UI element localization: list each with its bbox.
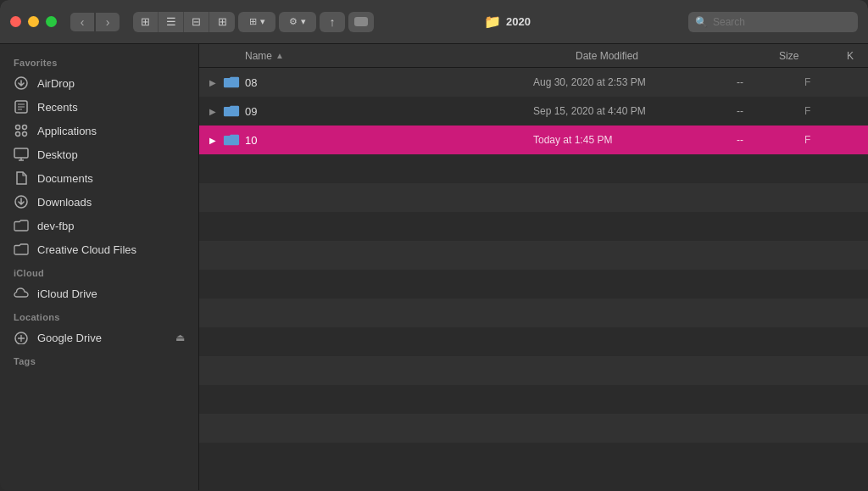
file-date: Today at 1:45 PM [533, 134, 737, 146]
creative-cloud-icon [14, 242, 29, 257]
svg-point-8 [23, 132, 27, 137]
sidebar-downloads-label: Downloads [37, 196, 92, 209]
main-layout: Favorites AirDrop Recents [0, 44, 868, 490]
sidebar-creative-cloud-label: Creative Cloud Files [37, 243, 136, 256]
file-kind: F [804, 134, 810, 146]
sidebar-item-icloud-drive[interactable]: iCloud Drive [0, 282, 198, 305]
search-box[interactable]: 🔍 [688, 12, 858, 32]
desktop-icon [14, 147, 29, 162]
favorites-section-label: Favorites [0, 51, 198, 71]
table-row-empty [199, 356, 868, 385]
table-row-empty [199, 443, 868, 471]
column-view-btn[interactable]: ⊟ [184, 12, 209, 32]
sidebar-recents-label: Recents [37, 101, 78, 114]
dev-fbp-icon [14, 218, 29, 233]
icon-view-btn[interactable]: ⊞ [133, 12, 159, 32]
folder-icon [223, 131, 240, 148]
arrange-icon: ⊞ [249, 16, 257, 27]
file-rows: ▶ 08 Aug 30, 2020 at 2:53 PM -- F ▶ [199, 68, 868, 490]
forward-button[interactable]: › [96, 13, 120, 31]
table-row-empty [199, 414, 868, 443]
table-row[interactable]: ▶ 10 Today at 1:45 PM -- F [199, 126, 868, 154]
sidebar-item-google-drive[interactable]: Google Drive ⏏ [0, 326, 198, 349]
column-headers: Name ▲ Date Modified Size K [199, 44, 868, 68]
sidebar-google-drive-label: Google Drive [37, 332, 102, 344]
tags-section-label: Tags [0, 349, 198, 370]
search-input[interactable] [713, 16, 851, 28]
table-row-empty [199, 299, 868, 327]
expand-icon[interactable]: ▶ [206, 133, 220, 147]
title-folder-icon: 📁 [484, 14, 501, 30]
folder-icon [223, 74, 240, 91]
table-row-empty [199, 385, 868, 414]
sort-arrow: ▲ [275, 51, 284, 60]
table-row[interactable]: ▶ 09 Sep 15, 2020 at 4:40 PM -- F [199, 97, 868, 126]
expand-icon[interactable]: ▶ [206, 75, 220, 89]
sidebar-item-documents[interactable]: Documents [0, 166, 198, 190]
sidebar-icloud-drive-label: iCloud Drive [37, 287, 97, 300]
gear-icon: ⚙ [289, 16, 298, 27]
action-arrow: ▾ [301, 16, 306, 27]
sidebar: Favorites AirDrop Recents [0, 44, 199, 490]
svg-point-5 [16, 126, 20, 130]
applications-icon [14, 123, 29, 138]
table-row-empty [199, 212, 868, 241]
sidebar-applications-label: Applications [37, 125, 97, 137]
view-buttons: ⊞ ☰ ⊟ ⊞ [133, 12, 235, 32]
svg-point-7 [16, 132, 20, 137]
sidebar-item-applications[interactable]: Applications [0, 119, 198, 142]
documents-icon [14, 170, 29, 186]
table-row-empty [199, 154, 868, 183]
downloads-icon [14, 194, 29, 209]
traffic-lights [10, 16, 57, 27]
file-name: 08 [245, 76, 533, 89]
table-row-empty [199, 270, 868, 299]
back-button[interactable]: ‹ [70, 13, 94, 31]
maximize-button[interactable] [46, 16, 57, 27]
file-name: 09 [245, 105, 533, 118]
col-header-name[interactable]: Name ▲ [245, 50, 576, 62]
sidebar-item-desktop[interactable]: Desktop [0, 142, 198, 166]
col-header-date[interactable]: Date Modified [576, 50, 779, 62]
svg-rect-9 [14, 148, 28, 158]
table-row-empty [199, 241, 868, 270]
sidebar-item-recents[interactable]: Recents [0, 95, 198, 119]
col-header-size[interactable]: Size [779, 50, 847, 62]
arrange-btn[interactable]: ⊞ ▾ [238, 12, 275, 32]
file-kind: F [804, 105, 810, 117]
arrange-arrow: ▾ [260, 16, 265, 27]
close-button[interactable] [10, 16, 21, 27]
sidebar-item-dev-fbp[interactable]: dev-fbp [0, 214, 198, 237]
file-date: Aug 30, 2020 at 2:53 PM [533, 76, 737, 88]
file-size: -- [737, 105, 804, 117]
sidebar-item-creative-cloud[interactable]: Creative Cloud Files [0, 237, 198, 261]
expand-icon[interactable]: ▶ [206, 104, 220, 118]
svg-point-6 [23, 126, 27, 130]
icloud-drive-icon [14, 286, 29, 301]
file-kind: F [804, 76, 810, 88]
sidebar-desktop-label: Desktop [37, 148, 78, 161]
eject-icon[interactable]: ⏏ [175, 332, 185, 343]
sidebar-airdrop-label: AirDrop [37, 77, 75, 90]
sidebar-item-downloads[interactable]: Downloads [0, 190, 198, 214]
search-icon: 🔍 [695, 16, 708, 28]
action-btn[interactable]: ⚙ ▾ [279, 12, 316, 32]
title-bar: ‹ › ⊞ ☰ ⊟ ⊞ ⊞ ▾ ⚙ ▾ ↑ 📁 2020 🔍 [0, 0, 868, 44]
gallery-view-btn[interactable]: ⊞ [209, 12, 235, 32]
file-size: -- [737, 134, 804, 146]
col-header-kind[interactable]: K [847, 50, 854, 62]
recents-icon [14, 99, 29, 114]
table-row-empty [199, 183, 868, 212]
table-row[interactable]: ▶ 08 Aug 30, 2020 at 2:53 PM -- F [199, 68, 868, 97]
list-view-btn[interactable]: ☰ [159, 12, 184, 32]
window-title-text: 2020 [506, 15, 531, 28]
sidebar-item-airdrop[interactable]: AirDrop [0, 71, 198, 95]
file-size: -- [737, 76, 804, 88]
folder-icon [223, 103, 240, 120]
window-title: 📁 2020 [326, 14, 688, 30]
google-drive-icon [14, 330, 29, 345]
file-date: Sep 15, 2020 at 4:40 PM [533, 105, 737, 117]
sidebar-documents-label: Documents [37, 172, 93, 185]
minimize-button[interactable] [28, 16, 39, 27]
table-row-empty [199, 327, 868, 356]
